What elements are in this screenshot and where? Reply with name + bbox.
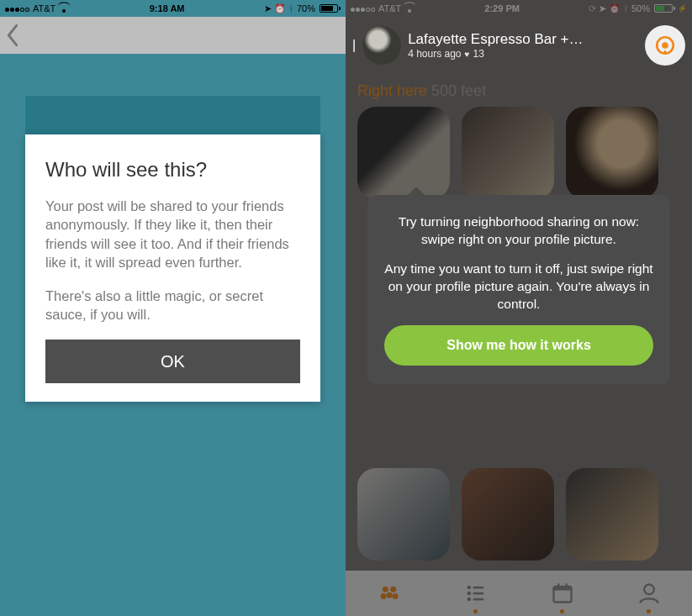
- section-distance: 500 feet: [431, 82, 486, 99]
- like-count: 13: [473, 48, 483, 60]
- charging-icon: ⚡: [678, 4, 687, 13]
- svg-point-5: [386, 592, 392, 598]
- bluetooth-icon: ᚼ: [623, 3, 629, 13]
- screen-left: AT&T 9:18 AM ➤ ⏰ ᚼ 70% Who will see this…: [0, 0, 346, 616]
- dialog-title: Who will see this?: [45, 158, 300, 182]
- svg-rect-10: [473, 592, 483, 595]
- notification-dot: [647, 609, 651, 613]
- svg-point-9: [467, 592, 471, 596]
- tooltip-arrow: [408, 187, 425, 195]
- svg-point-1: [662, 42, 668, 49]
- battery-icon: [652, 4, 675, 13]
- tab-plans[interactable]: [519, 571, 605, 616]
- checkin-header: | Lafayette Espresso Bar +… 4 hours ago …: [346, 17, 692, 74]
- section-label: Right here: [357, 82, 427, 99]
- tab-bar: [346, 571, 692, 616]
- heart-icon: ♥: [465, 50, 470, 59]
- alarm-icon: ⏰: [609, 3, 621, 14]
- signal-icon: [351, 3, 376, 13]
- person-tile[interactable]: [566, 107, 658, 199]
- tip-text-2: Any time you want to turn it off, just s…: [384, 261, 653, 313]
- ok-button[interactable]: OK: [45, 340, 300, 383]
- svg-point-11: [467, 598, 471, 602]
- svg-point-3: [390, 587, 396, 592]
- tip-text-1: Try turning neighborhood sharing on now:…: [384, 213, 653, 249]
- person-tile[interactable]: [357, 107, 450, 199]
- tab-swarm[interactable]: [346, 571, 432, 616]
- info-dialog: Who will see this? Your post will be sha…: [25, 134, 320, 402]
- location-icon: ➤: [599, 3, 606, 14]
- wifi-icon: [404, 4, 415, 13]
- svg-rect-14: [553, 587, 571, 591]
- battery-pct: 50%: [631, 3, 650, 13]
- notification-dot: [473, 609, 478, 613]
- person-tile[interactable]: Jason: [462, 468, 554, 561]
- venue-title: Lafayette Espresso Bar +…: [408, 31, 638, 48]
- person-tile[interactable]: Leo: [566, 468, 658, 561]
- svg-point-6: [392, 593, 398, 599]
- people-grid-2: Evan Jason Leo: [346, 463, 692, 566]
- svg-point-4: [380, 593, 386, 599]
- profile-icon: [637, 582, 661, 605]
- swarm-icon: [378, 582, 401, 605]
- clock: 2:29 PM: [484, 3, 520, 13]
- tab-profile[interactable]: [605, 571, 692, 616]
- svg-point-2: [382, 587, 388, 592]
- list-icon: [464, 582, 488, 605]
- person-tile[interactable]: Evan: [357, 468, 450, 561]
- avatar[interactable]: [362, 26, 401, 65]
- status-bar: AT&T 2:29 PM ⟳ ➤ ⏰ ᚼ 50% ⚡: [346, 0, 692, 17]
- calendar-icon: [551, 582, 574, 605]
- dialog-body-2: There's also a little magic, or secret s…: [45, 287, 300, 324]
- pin-icon: [654, 34, 676, 56]
- screen-right: AT&T 2:29 PM ⟳ ➤ ⏰ ᚼ 50% ⚡ | Lafayette E…: [346, 0, 692, 616]
- svg-rect-15: [557, 583, 559, 588]
- svg-point-17: [644, 585, 654, 595]
- people-grid-1: [346, 102, 692, 204]
- section-header: Right here 500 feet: [346, 74, 692, 102]
- tab-activity[interactable]: [432, 571, 519, 616]
- svg-rect-16: [565, 583, 567, 588]
- svg-rect-8: [473, 587, 483, 589]
- svg-rect-12: [473, 598, 483, 601]
- dialog-body-1: Your post will be shared to your friends…: [45, 197, 300, 271]
- show-how-button[interactable]: Show me how it works: [384, 325, 653, 366]
- menu-handle[interactable]: |: [352, 38, 356, 53]
- person-tile[interactable]: [462, 107, 554, 199]
- tooltip-card: Try turning neighborhood sharing on now:…: [367, 195, 670, 384]
- carrier-label: AT&T: [378, 3, 401, 13]
- svg-point-7: [467, 586, 471, 590]
- refresh-icon: ⟳: [589, 3, 596, 14]
- checkin-button[interactable]: [645, 25, 685, 66]
- notification-dot: [560, 609, 564, 613]
- time-ago: 4 hours ago: [408, 48, 461, 60]
